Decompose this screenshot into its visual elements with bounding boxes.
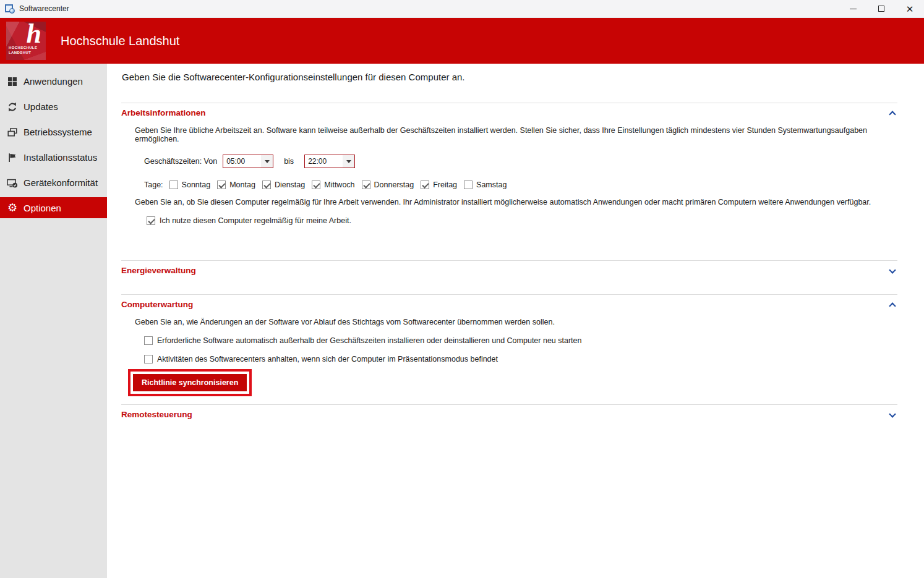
day-checkbox-montag[interactable]: Montag <box>217 181 255 189</box>
presentation-mode-label: Aktivitäten des Softwarecenters anhalten… <box>157 355 498 363</box>
checkbox[interactable] <box>464 181 473 189</box>
minimize-button[interactable] <box>839 0 867 18</box>
refresh-icon <box>6 101 19 113</box>
app-icon <box>5 4 15 14</box>
close-icon: ✕ <box>906 4 914 14</box>
primary-use-checkbox-row[interactable]: Ich nutze diesen Computer regelmäßig für… <box>147 216 897 225</box>
checkbox[interactable] <box>144 336 153 345</box>
section-title: Remotesteuerung <box>121 410 192 419</box>
chevron-down-icon <box>343 155 354 168</box>
window-title: Softwarecenter <box>19 4 69 13</box>
day-checkbox-sonntag[interactable]: Sonntag <box>169 181 211 189</box>
day-checkbox-freitag[interactable]: Freitag <box>421 181 457 189</box>
close-button[interactable]: ✕ <box>896 0 924 18</box>
presentation-mode-checkbox-row[interactable]: Aktivitäten des Softwarecenters anhalten… <box>144 355 897 363</box>
from-time-value: 05:00 <box>223 157 261 166</box>
work-hours-description: Geben Sie Ihre übliche Arbeitszeit an. S… <box>135 126 897 143</box>
days-label: Tage: <box>144 181 163 189</box>
hochschule-landshut-logo: h HOCHSCHULE LANDSHUT <box>6 22 46 60</box>
section-header[interactable]: Computerwartung <box>121 295 897 309</box>
section-arbeitsinformationen: Arbeitsinformationen Geben Sie Ihre übli… <box>121 103 897 225</box>
maximize-icon <box>878 6 884 12</box>
chevron-up-icon[interactable] <box>889 302 896 308</box>
sidebar-item-optionen[interactable]: ⚙ Optionen <box>0 197 107 218</box>
section-title: Energieverwaltung <box>121 266 196 275</box>
chevron-down-icon[interactable] <box>889 412 896 418</box>
sync-policy-button[interactable]: Richtlinie synchronisieren <box>133 374 247 391</box>
page-intro: Geben Sie die Softwarecenter-Konfigurati… <box>122 64 897 82</box>
brand-header: h HOCHSCHULE LANDSHUT Hochschule Landshu… <box>0 18 924 64</box>
sidebar-item-label: Betriebssysteme <box>24 127 92 137</box>
maintenance-description: Geben Sie an, wie Änderungen an der Soft… <box>135 318 897 326</box>
auto-install-checkbox-row[interactable]: Erforderliche Software automatisch außer… <box>144 336 897 345</box>
logo-letter: h <box>27 22 41 49</box>
softwarecenter-window: Softwarecenter ✕ h HOCHSCHULE LANDSHUT H… <box>0 0 924 578</box>
business-hours-row: Geschäftszeiten: Von 05:00 bis 22:00 <box>144 155 897 168</box>
sidebar-item-label: Installationsstatus <box>24 152 97 163</box>
section-title: Computerwartung <box>121 300 193 309</box>
usage-description: Geben Sie an, ob Sie diesen Computer reg… <box>135 198 897 206</box>
checkbox[interactable] <box>262 181 271 189</box>
title-bar: Softwarecenter ✕ <box>0 0 924 18</box>
brand-title: Hochschule Landshut <box>61 34 179 48</box>
sidebar-item-anwendungen[interactable]: Anwendungen <box>0 69 107 94</box>
primary-use-label: Ich nutze diesen Computer regelmäßig für… <box>160 216 351 225</box>
sidebar-item-label: Optionen <box>24 203 61 213</box>
sidebar-item-geraetekonformitaet[interactable]: Gerätekonformität <box>0 170 107 195</box>
checkbox[interactable] <box>144 355 153 363</box>
section-energieverwaltung: Energieverwaltung <box>121 260 897 294</box>
day-checkbox-mittwoch[interactable]: Mittwoch <box>312 181 354 189</box>
day-checkbox-samstag[interactable]: Samstag <box>464 181 507 189</box>
logo-text: HOCHSCHULE LANDSHUT <box>9 46 37 55</box>
minimize-icon <box>850 9 857 9</box>
chevron-up-icon[interactable] <box>889 110 896 116</box>
section-header[interactable]: Arbeitsinformationen <box>121 103 897 117</box>
device-check-icon <box>6 177 19 189</box>
day-checkbox-donnerstag[interactable]: Donnerstag <box>362 181 414 189</box>
sidebar-item-label: Gerätekonformität <box>24 177 98 188</box>
section-header[interactable]: Remotesteuerung <box>121 405 897 419</box>
sidebar-item-label: Anwendungen <box>24 76 83 87</box>
gear-icon: ⚙ <box>6 202 19 213</box>
chevron-down-icon[interactable] <box>889 268 896 274</box>
maximize-button[interactable] <box>867 0 896 18</box>
flag-icon <box>6 152 19 163</box>
sync-button-highlight: Richtlinie synchronisieren <box>128 369 252 396</box>
to-label: bis <box>284 157 294 166</box>
options-page: Geben Sie die Softwarecenter-Konfigurati… <box>107 64 924 578</box>
sidebar-item-updates[interactable]: Updates <box>0 94 107 119</box>
sidebar-item-installationsstatus[interactable]: Installationsstatus <box>0 145 107 170</box>
checkbox[interactable] <box>362 181 370 189</box>
checkbox[interactable] <box>421 181 429 189</box>
sidebar-item-betriebssysteme[interactable]: Betriebssysteme <box>0 119 107 145</box>
checkbox[interactable] <box>217 181 226 189</box>
section-title: Arbeitsinformationen <box>121 108 206 117</box>
windows-icon <box>6 127 19 138</box>
apps-icon <box>6 76 19 87</box>
to-time-value: 22:00 <box>305 157 343 166</box>
checkbox[interactable] <box>147 216 155 225</box>
sidebar: Anwendungen Updates <box>0 64 107 578</box>
section-header[interactable]: Energieverwaltung <box>121 261 897 275</box>
day-checkbox-dienstag[interactable]: Dienstag <box>262 181 305 189</box>
to-time-dropdown[interactable]: 22:00 <box>304 155 355 168</box>
checkbox[interactable] <box>169 181 178 189</box>
chevron-down-icon <box>261 155 273 168</box>
section-remotesteuerung: Remotesteuerung <box>121 404 897 419</box>
section-computerwartung: Computerwartung Geben Sie an, wie Änderu… <box>121 294 897 404</box>
checkbox[interactable] <box>312 181 320 189</box>
from-time-dropdown[interactable]: 05:00 <box>223 155 273 168</box>
business-hours-label: Geschäftszeiten: Von <box>144 157 217 166</box>
auto-install-label: Erforderliche Software automatisch außer… <box>157 336 581 345</box>
work-days-row: Tage: Sonntag Montag Dienstag Mittwoch D… <box>144 181 897 189</box>
sidebar-item-label: Updates <box>24 101 58 112</box>
